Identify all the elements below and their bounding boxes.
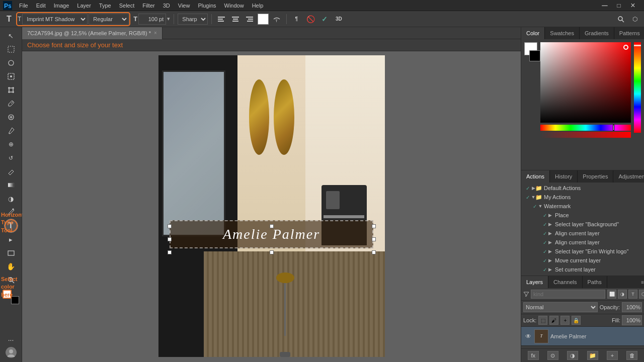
align-left-btn[interactable] (215, 13, 227, 25)
alpha-bar[interactable] (540, 132, 631, 138)
menu-type[interactable]: Type (95, 2, 115, 10)
marquee-tool-btn[interactable] (5, 43, 18, 56)
eyedropper-tool-btn[interactable] (5, 97, 18, 110)
menu-image[interactable]: Image (50, 2, 73, 10)
pen-tool-btn[interactable] (5, 206, 18, 219)
align-right-btn[interactable] (244, 13, 256, 25)
action-expand-default[interactable]: ▶ (531, 186, 535, 190)
maximize-button[interactable]: □ (613, 0, 625, 12)
minimize-button[interactable]: ─ (599, 0, 611, 12)
tab-actions[interactable]: Actions (521, 170, 550, 183)
hand-tool-btn[interactable]: ✋ (5, 260, 18, 273)
layers-panel-collapse[interactable]: ≡ (641, 280, 644, 285)
commit-current-btn[interactable]: ✓ (318, 13, 331, 25)
zoom-tool-btn[interactable] (5, 274, 18, 287)
font-style-select[interactable]: Regular (89, 14, 129, 25)
menu-plugins[interactable]: Plugins (194, 2, 220, 10)
background-color-swatch[interactable] (11, 296, 19, 304)
text-warp-btn[interactable]: T (271, 13, 283, 25)
action-select-bg[interactable]: ✓ ▶ Select layer "Background" (521, 220, 644, 229)
font-name-select[interactable]: Imprint MT Shadow (22, 14, 88, 25)
tab-adjustments[interactable]: Adjustments (613, 170, 644, 183)
extra-tools-btn[interactable]: ··· (5, 333, 18, 346)
tab-paths[interactable]: Paths (583, 276, 607, 288)
delete-layer-btn[interactable]: 🗑 (626, 351, 637, 360)
layers-search-input[interactable] (531, 290, 605, 299)
text-layer-overlay[interactable]: Amelie Palmer (170, 220, 373, 248)
font-size-input[interactable] (138, 14, 166, 25)
color-gradient[interactable] (540, 42, 631, 123)
fill-input[interactable] (622, 315, 642, 325)
anti-alias-select[interactable]: Sharp (178, 14, 208, 25)
menu-file[interactable]: File (15, 2, 32, 10)
crop-tool-btn[interactable] (5, 83, 18, 97)
adjustment-layer-btn[interactable]: ◑ (567, 351, 578, 360)
action-expand-my[interactable]: ▼ (531, 195, 535, 199)
dodge-tool-btn[interactable]: ◑ (5, 192, 18, 205)
tab-color[interactable]: Color (521, 27, 545, 39)
tab-gradients[interactable]: Gradients (580, 27, 614, 39)
canvas-content[interactable]: Amelie Palmer (22, 51, 521, 362)
tab-layers[interactable]: Layers (521, 276, 548, 288)
blend-mode-select[interactable]: Normal (523, 302, 598, 312)
spectrum-bar[interactable] (634, 42, 641, 133)
shape-tool-btn[interactable] (5, 246, 18, 259)
filter-shape-btn[interactable]: ⬡ (639, 290, 644, 299)
gradient-tool-btn[interactable] (5, 178, 18, 192)
layer-mask-btn[interactable]: ⊙ (547, 351, 558, 360)
action-expand-watermark[interactable]: ▼ (538, 204, 542, 208)
menu-3d[interactable]: 3D (159, 2, 174, 10)
filter-type-btn[interactable]: T (628, 290, 637, 299)
tab-close-btn[interactable]: × (154, 30, 157, 36)
menu-view[interactable]: View (174, 2, 194, 10)
menu-select[interactable]: Select (115, 2, 139, 10)
layer-fx-btn[interactable]: fx (528, 351, 539, 360)
tab-properties[interactable]: Properties (578, 170, 613, 183)
font-size-arrows[interactable]: ▾ (167, 16, 170, 22)
toggle-character-btn[interactable]: ¶ (290, 13, 302, 25)
watermark-group[interactable]: ✓ ▼ Watermark (521, 202, 644, 211)
action-place[interactable]: ✓ ▶ Place (521, 211, 644, 220)
action-align-2[interactable]: ✓ ▶ Align current layer (521, 238, 644, 247)
document-tab[interactable]: 7C2A7594.jpg @ 12,5% (Amelie Palmer, RGB… (22, 27, 163, 39)
path-select-btn[interactable]: ▸ (5, 233, 18, 246)
action-set-layer[interactable]: ✓ ▶ Set current layer (521, 265, 644, 274)
lasso-tool-btn[interactable] (5, 56, 18, 69)
menu-edit[interactable]: Edit (32, 2, 50, 10)
history-brush-btn[interactable]: ↺ (5, 151, 18, 164)
action-align-1[interactable]: ✓ ▶ Align current layer (521, 229, 644, 238)
my-actions-group[interactable]: ✓ ▼ 📁 My Actions (521, 193, 644, 202)
foreground-color-swatch[interactable] (3, 290, 11, 298)
layer-visibility-text[interactable]: 👁 (524, 332, 532, 340)
type-tool-btn[interactable]: T (5, 219, 18, 232)
close-button[interactable]: × (627, 0, 639, 12)
search-icon-btn[interactable] (615, 13, 627, 25)
menu-layer[interactable]: Layer (73, 2, 95, 10)
stamp-tool-btn[interactable]: ⊕ (5, 138, 18, 151)
user-avatar[interactable] (6, 347, 17, 358)
cancel-current-btn[interactable]: 🚫 (304, 13, 316, 25)
text-color-swatch[interactable] (258, 14, 269, 25)
move-tool-btn[interactable]: ↖ (5, 29, 18, 42)
align-center-btn[interactable] (229, 13, 242, 25)
bg-color-swatch[interactable] (529, 50, 540, 61)
lock-all-btn[interactable]: 🔒 (572, 316, 581, 325)
tab-channels[interactable]: Channels (548, 276, 582, 288)
3d-toggle-btn[interactable]: 3D (333, 13, 345, 25)
lock-position-btn[interactable]: + (560, 316, 570, 325)
filter-pixel-btn[interactable]: ⬜ (607, 290, 616, 299)
brush-tool-btn[interactable] (5, 124, 18, 137)
opacity-input[interactable] (622, 302, 642, 312)
lock-image-btn[interactable]: 🖌 (549, 316, 558, 325)
eraser-tool-btn[interactable] (5, 165, 18, 178)
menu-window[interactable]: Window (220, 2, 248, 10)
hue-bar[interactable] (540, 125, 631, 131)
filter-adjustment-btn[interactable]: ◑ (618, 290, 627, 299)
group-layers-btn[interactable]: 📁 (587, 351, 598, 360)
tab-swatches[interactable]: Swatches (545, 27, 580, 39)
default-actions-group[interactable]: ✓ ▶ 📁 Default Actions (521, 184, 644, 193)
lock-transparent-btn[interactable]: ⬚ (538, 316, 547, 325)
object-select-btn[interactable] (5, 70, 18, 83)
action-select-logo[interactable]: ✓ ▶ Select layer "Erin Wright logo" (521, 247, 644, 256)
color-swatches-area[interactable] (3, 290, 19, 304)
